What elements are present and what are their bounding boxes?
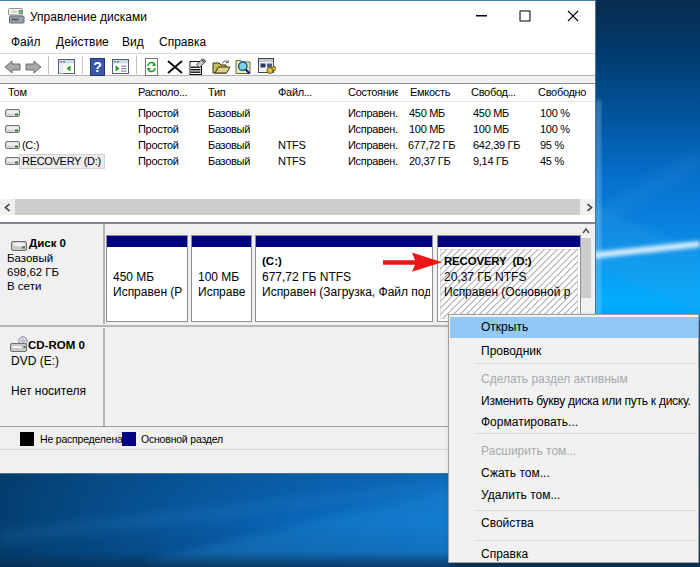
svg-text:?: ? xyxy=(93,59,102,75)
